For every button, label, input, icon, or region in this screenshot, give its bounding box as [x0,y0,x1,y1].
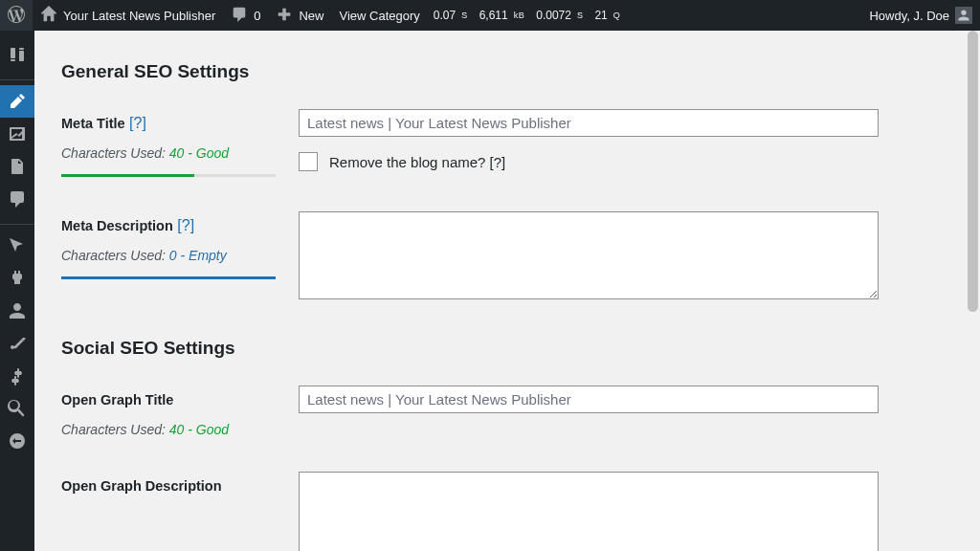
debug-time-1[interactable]: 0.07S [428,0,474,31]
og-description-label: Open Graph Description [61,478,222,494]
admin-sidebar [0,31,34,551]
sidebar-item-users[interactable] [0,295,34,327]
sidebar-item-appearance[interactable] [0,230,34,262]
general-seo-heading: General SEO Settings [61,61,953,82]
meta-description-input[interactable] [299,211,879,299]
wp-logo-menu[interactable] [0,0,33,31]
scrollbar-track[interactable] [966,31,980,551]
og-title-counter: Characters Used: 40 - Good [61,422,299,437]
comment-count: 0 [254,9,260,23]
meta-description-label: Meta Description [61,218,173,233]
comment-icon [231,6,248,26]
scrollbar-thumb[interactable] [968,31,978,312]
new-content-menu[interactable]: New [268,0,331,31]
main-content: General SEO Settings Meta Title [?] Char… [34,31,980,551]
wordpress-icon [8,6,25,26]
plus-icon [276,6,293,26]
debug-memory[interactable]: 6,611kB [474,0,531,31]
meta-title-label: Meta Title [61,116,125,131]
sidebar-item-settings[interactable] [0,360,34,392]
site-name-menu[interactable]: Your Latest News Publisher [33,0,223,31]
og-title-label: Open Graph Title [61,392,173,408]
meta-description-help[interactable]: [?] [177,217,194,233]
sidebar-item-search[interactable] [0,392,34,425]
og-title-row: Open Graph Title Characters Used: 40 - G… [61,386,953,437]
meta-description-row: Meta Description [?] Characters Used: 0 … [61,211,953,303]
sidebar-item-tools[interactable] [0,327,34,360]
comments-menu[interactable]: 0 [223,0,268,31]
meta-description-counter: Characters Used: 0 - Empty [61,248,299,263]
og-description-input[interactable] [299,472,879,551]
sidebar-item-plugins[interactable] [0,262,34,295]
sidebar-item-pages[interactable] [0,150,34,183]
meta-title-input[interactable] [299,109,879,137]
meta-title-row: Meta Title [?] Characters Used: 40 - Goo… [61,109,953,177]
sidebar-item-media[interactable] [0,118,34,150]
remove-blog-name-checkbox[interactable] [299,152,318,171]
howdy-label: Howdy, J. Doe [869,9,949,23]
sidebar-item-dashboard[interactable] [0,38,34,71]
social-seo-heading: Social SEO Settings [61,338,953,359]
new-label: New [299,9,323,23]
user-avatar [955,7,972,24]
remove-blog-name-row: Remove the blog name? [?] [299,152,879,171]
sidebar-item-comments[interactable] [0,183,34,215]
sidebar-separator [0,76,34,80]
sidebar-item-collapse[interactable] [0,425,34,457]
debug-time-2[interactable]: 0.0072S [530,0,589,31]
sidebar-item-posts[interactable] [0,85,34,118]
admin-toolbar: Your Latest News Publisher 0 New View Ca… [0,0,980,31]
meta-title-counter: Characters Used: 40 - Good [61,145,299,161]
site-name-label: Your Latest News Publisher [63,9,215,23]
debug-queries[interactable]: 21Q [589,0,626,31]
remove-blog-name-label: Remove the blog name? [?] [329,154,505,170]
meta-title-progress [61,174,276,177]
view-category-link[interactable]: View Category [331,0,427,31]
meta-description-progress [61,276,276,279]
og-description-row: Open Graph Description [61,472,953,551]
meta-title-help[interactable]: [?] [129,115,146,131]
my-account-menu[interactable]: Howdy, J. Doe [861,0,980,31]
sidebar-separator [0,220,34,225]
og-title-input[interactable] [299,386,879,413]
home-icon [40,6,57,26]
